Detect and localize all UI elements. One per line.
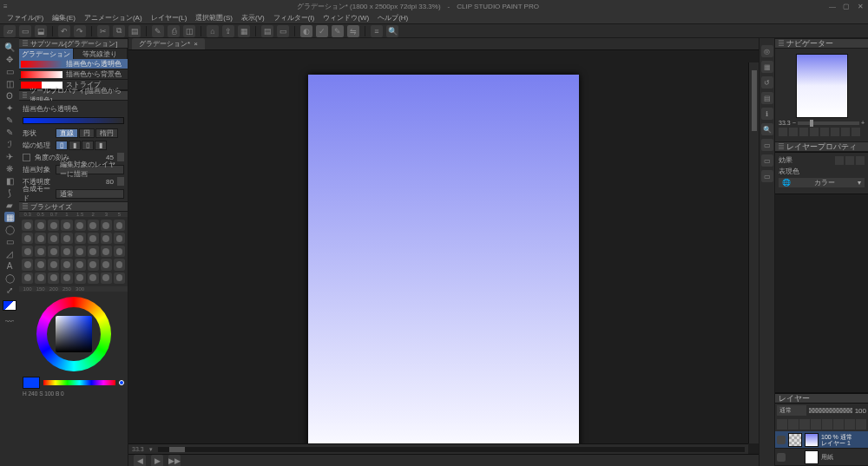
navigator-thumbnail[interactable]: [796, 54, 848, 118]
brush-preset[interactable]: [35, 246, 46, 257]
tool-wand[interactable]: ✦: [4, 102, 15, 113]
maximize-button[interactable]: ▢: [842, 2, 851, 10]
brush-preset[interactable]: [61, 246, 72, 257]
brush-preset[interactable]: [114, 259, 125, 270]
foreground-background-color[interactable]: [3, 300, 16, 311]
menu-help[interactable]: ヘルプ(H): [374, 13, 411, 23]
layerprop-header[interactable]: レイヤープロパティ: [775, 141, 868, 152]
search-right-icon[interactable]: 🔍: [761, 123, 773, 135]
item1-icon[interactable]: ▭: [761, 139, 773, 151]
tool-magnify[interactable]: 🔍: [4, 42, 15, 52]
timeline-play-icon[interactable]: ▶: [151, 455, 163, 467]
layer-opacity-slider[interactable]: [809, 408, 852, 413]
copy-icon[interactable]: ⧉: [113, 25, 125, 37]
tool-lasso[interactable]: ʘ: [4, 90, 15, 101]
subtool-tab-gradient[interactable]: グラデーション: [19, 49, 74, 59]
brush-preset[interactable]: [75, 220, 86, 231]
brush-preset[interactable]: [22, 220, 33, 231]
undo-icon[interactable]: ↶: [58, 25, 70, 37]
layer-visibility-icon[interactable]: [777, 453, 786, 462]
nav-tool-6[interactable]: [831, 128, 839, 136]
hue-cursor[interactable]: [119, 380, 124, 385]
home-icon[interactable]: ⌂: [207, 25, 219, 37]
layer-clip-icon[interactable]: [788, 419, 799, 430]
device-icon[interactable]: ◐: [300, 25, 312, 37]
flip-icon[interactable]: ⇋: [347, 25, 359, 37]
subtool-item-0[interactable]: 描画色から透明色: [19, 59, 128, 69]
shape-linear[interactable]: 直線: [56, 128, 78, 138]
tool-airbrush[interactable]: ✈: [4, 151, 15, 161]
brush-preset[interactable]: [88, 272, 99, 284]
brush-preset[interactable]: [48, 246, 59, 257]
info-icon[interactable]: ℹ: [761, 108, 773, 120]
layer-visibility-icon[interactable]: [777, 436, 786, 444]
brush-preset[interactable]: [48, 220, 59, 231]
menu-filter[interactable]: フィルター(I): [270, 13, 319, 23]
layer-mask-icon[interactable]: [822, 419, 832, 430]
item3-icon[interactable]: ▭: [761, 170, 773, 182]
brush-preset[interactable]: [88, 233, 99, 244]
layer-color-icon[interactable]: [845, 419, 855, 430]
3d-icon[interactable]: ◫: [183, 25, 195, 37]
menu-view[interactable]: 表示(V): [238, 13, 268, 23]
tool-eraser[interactable]: ◧: [4, 175, 15, 186]
brush-preset[interactable]: [114, 272, 125, 284]
align-icon[interactable]: ≡: [371, 25, 383, 37]
hue-slider[interactable]: [43, 380, 115, 385]
brush-preset[interactable]: [101, 246, 112, 257]
brush-preset[interactable]: [22, 233, 33, 244]
shape-circle[interactable]: 円: [79, 128, 95, 138]
brush-preset[interactable]: [114, 246, 125, 257]
close-button[interactable]: ✕: [856, 2, 865, 10]
brush-preset[interactable]: [48, 233, 59, 244]
tool-move[interactable]: ✥: [4, 54, 15, 64]
autoaction-icon[interactable]: ▤: [761, 92, 773, 104]
brush-preset[interactable]: [114, 233, 125, 244]
open-icon[interactable]: ▭: [19, 25, 31, 37]
timeline-next-icon[interactable]: ▶▶: [168, 455, 181, 467]
brush-preset[interactable]: [61, 220, 72, 231]
history-icon[interactable]: ↺: [761, 76, 773, 89]
save-icon[interactable]: ⬓: [35, 25, 47, 37]
menu-selection[interactable]: 選択範囲(S): [192, 13, 236, 23]
effect-color-icon[interactable]: [856, 156, 865, 165]
tool-blend[interactable]: ⟆: [4, 187, 15, 198]
menu-animation[interactable]: アニメーション(A): [81, 13, 146, 23]
nav-tool-5[interactable]: [820, 128, 829, 136]
shape-ellipse[interactable]: 楕円: [95, 128, 118, 138]
redo-icon[interactable]: ↷: [74, 25, 86, 37]
edit-icon[interactable]: ✎: [332, 25, 344, 37]
color-swatch-main[interactable]: [23, 377, 40, 389]
edge-opt-4[interactable]: ▮: [95, 141, 107, 150]
brush-preset[interactable]: [35, 272, 46, 284]
asset-icon[interactable]: ▤: [261, 25, 273, 37]
nav-tool-4[interactable]: [810, 128, 819, 136]
nav-tool-8[interactable]: [852, 128, 860, 136]
tool-operation[interactable]: ▭: [4, 66, 15, 76]
tool-pen[interactable]: ✎: [4, 127, 15, 137]
horizontal-scrollbar[interactable]: 33.3 ▾: [128, 443, 748, 454]
opacity-value[interactable]: 80: [96, 178, 114, 186]
brush-preset[interactable]: [75, 246, 86, 257]
subtool-item-1[interactable]: 描画色から背景色: [19, 69, 128, 80]
subtool-panel-header[interactable]: サブツール[グラデーション]: [19, 38, 128, 49]
layer-blend-select[interactable]: 通常: [777, 405, 806, 416]
nav-tool-3[interactable]: [799, 128, 808, 136]
tool-transparent[interactable]: 〰: [4, 316, 15, 326]
tool-fill[interactable]: ▰: [4, 200, 15, 210]
brush-preset[interactable]: [101, 220, 112, 231]
brush-preset[interactable]: [101, 259, 112, 270]
layer-lock-icon[interactable]: [777, 419, 787, 430]
share-icon[interactable]: ⇪: [222, 25, 234, 37]
tool-brush[interactable]: ℐ: [4, 139, 15, 149]
target-select[interactable]: 編集対象のレイヤーに描画: [56, 165, 124, 174]
minimize-button[interactable]: —: [828, 2, 837, 10]
layer-more-icon[interactable]: [856, 419, 866, 430]
menu-window[interactable]: ウィンドウ(W): [319, 13, 372, 23]
angle-checkbox[interactable]: [23, 154, 30, 161]
brush-preset[interactable]: [75, 272, 86, 284]
brush-preset[interactable]: [48, 259, 59, 270]
tool-figure[interactable]: ◯: [4, 224, 15, 234]
layer-row-0[interactable]: 100 % 通常 レイヤー 1: [775, 431, 868, 449]
brush-preset[interactable]: [101, 233, 112, 244]
